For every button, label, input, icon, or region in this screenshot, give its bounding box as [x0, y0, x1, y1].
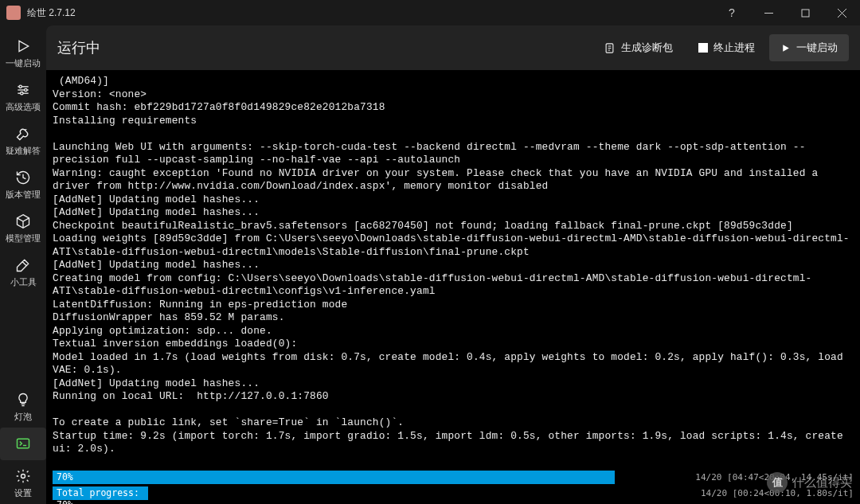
button-label: 生成诊断包 [621, 41, 673, 55]
sidebar-item-label: 模型管理 [6, 233, 41, 244]
wrench-icon [14, 124, 33, 143]
sidebar-item-advanced[interactable]: 高级选项 [0, 74, 46, 118]
button-label: 终止进程 [713, 41, 755, 55]
sidebar-item-terminal[interactable] [0, 428, 46, 460]
sidebar-item-label: 版本管理 [6, 189, 41, 201]
close-button[interactable] [823, 0, 860, 25]
gear-icon [14, 467, 33, 486]
app-title: 绘世 2.7.12 [27, 6, 713, 20]
help-button[interactable]: ? [713, 0, 750, 25]
svg-rect-1 [802, 10, 809, 17]
stop-process-button[interactable]: 终止进程 [687, 34, 766, 61]
watermark-text: 什么值得买 [792, 475, 852, 490]
sidebar-item-tools[interactable]: 小工具 [0, 249, 46, 293]
one-click-launch-button[interactable]: 一键启动 [769, 34, 849, 61]
sliders-icon [14, 80, 33, 100]
app-icon [6, 6, 21, 20]
history-icon [14, 168, 33, 187]
sidebar-item-label: 设置 [14, 488, 32, 499]
progress-bar-step: 70% [53, 471, 615, 484]
content-panel: 运行中 生成诊断包 终止进程 一键启动 (AMD64)] Version: <n… [46, 25, 860, 504]
sidebar-item-launch[interactable]: 一键启动 [0, 30, 46, 74]
titlebar: 绘世 2.7.12 ? [0, 0, 860, 25]
cube-icon [14, 212, 33, 231]
sidebar-item-models[interactable]: 模型管理 [0, 205, 46, 249]
watermark: 值 什么值得买 [767, 472, 852, 493]
sidebar-item-label: 疑难解答 [6, 146, 41, 157]
content-header: 运行中 生成诊断包 终止进程 一键启动 [46, 25, 860, 70]
progress-area: 70% 14/20 [04:47<20:04, 14.45s/it] Total… [46, 469, 860, 504]
bulb-icon [14, 390, 33, 409]
maximize-button[interactable] [787, 0, 823, 25]
sidebar-item-label: 小工具 [10, 277, 37, 288]
progress-text: 70% [57, 471, 73, 483]
watermark-icon: 值 [767, 472, 788, 493]
sidebar-item-label: 一键启动 [6, 58, 41, 69]
svg-point-12 [22, 475, 25, 479]
progress-bar-total: Total progress: 70% [53, 486, 148, 500]
svg-point-9 [21, 92, 23, 95]
terminal-icon [14, 434, 33, 453]
terminal-output[interactable]: (AMD64)] Version: <none> Commit hash: eb… [46, 70, 860, 469]
generate-diagnostics-button[interactable]: 生成诊断包 [592, 34, 684, 61]
svg-rect-10 [18, 439, 29, 448]
sidebar-item-versions[interactable]: 版本管理 [0, 162, 46, 205]
sidebar-item-label: 高级选项 [6, 102, 41, 113]
svg-point-8 [25, 88, 27, 91]
minimize-button[interactable] [750, 0, 787, 25]
stop-icon [698, 43, 708, 53]
sidebar: 一键启动 高级选项 疑难解答 版本管理 模型管理 小工具 灯泡 [0, 25, 46, 504]
play-icon [14, 37, 33, 56]
button-label: 一键启动 [796, 41, 838, 55]
play-icon [780, 43, 791, 53]
sidebar-item-bulb[interactable]: 灯泡 [0, 384, 46, 428]
page-title: 运行中 [57, 38, 589, 57]
sidebar-item-label: 灯泡 [14, 412, 32, 423]
document-icon [604, 42, 616, 54]
svg-point-7 [19, 85, 22, 88]
sidebar-item-settings[interactable]: 设置 [0, 460, 46, 504]
sidebar-item-troubleshoot[interactable]: 疑难解答 [0, 118, 46, 162]
hammer-icon [14, 256, 33, 275]
progress-text: Total progress: 70% [57, 487, 147, 504]
